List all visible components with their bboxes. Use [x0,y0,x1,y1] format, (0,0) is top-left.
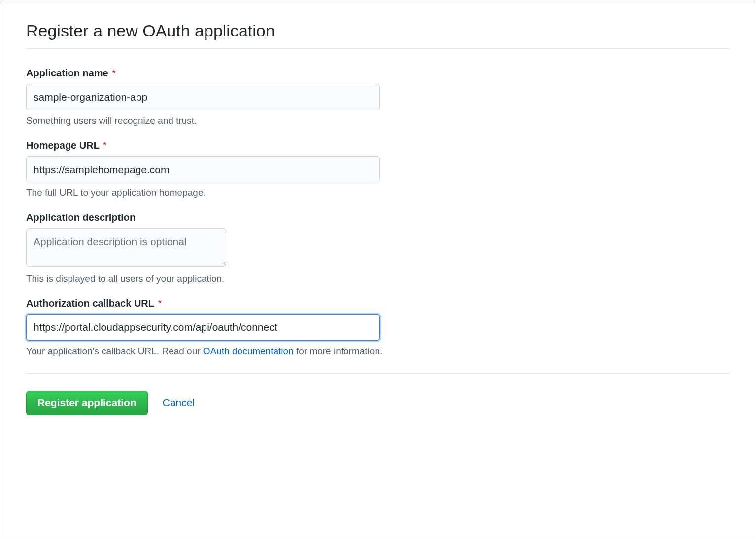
required-asterisk-icon: * [158,298,162,309]
oauth-form-container: Register a new OAuth application Applica… [1,1,755,537]
button-row: Register application Cancel [26,391,730,415]
application-name-group: Application name * Something users will … [26,68,730,126]
callback-url-label: Authorization callback URL * [26,298,730,309]
callback-url-hint-prefix: Your application's callback URL. Read ou… [26,346,203,356]
homepage-url-label: Homepage URL * [26,140,730,151]
application-description-label: Application description [26,212,730,223]
homepage-url-hint: The full URL to your application homepag… [26,187,730,198]
callback-url-hint-suffix: for more information. [294,346,383,356]
application-description-hint: This is displayed to all users of your a… [26,273,730,284]
divider [26,373,730,374]
page-title: Register a new OAuth application [26,21,730,49]
homepage-url-label-text: Homepage URL [26,140,100,151]
application-name-label: Application name * [26,68,730,79]
application-description-textarea[interactable] [26,228,226,267]
application-name-hint: Something users will recognize and trust… [26,115,730,126]
application-name-label-text: Application name [26,68,108,78]
callback-url-group: Authorization callback URL * Your applic… [26,298,730,357]
homepage-url-input[interactable] [26,156,380,183]
oauth-documentation-link[interactable]: OAuth documentation [203,346,294,356]
application-name-input[interactable] [26,84,380,110]
homepage-url-group: Homepage URL * The full URL to your appl… [26,140,730,199]
required-asterisk-icon: * [112,68,116,78]
callback-url-hint: Your application's callback URL. Read ou… [26,346,730,357]
application-description-group: Application description This is displaye… [26,212,730,284]
register-application-button[interactable]: Register application [26,391,148,415]
callback-url-input[interactable] [26,314,380,341]
required-asterisk-icon: * [103,140,107,151]
callback-url-label-text: Authorization callback URL [26,298,154,309]
cancel-button[interactable]: Cancel [163,397,195,409]
